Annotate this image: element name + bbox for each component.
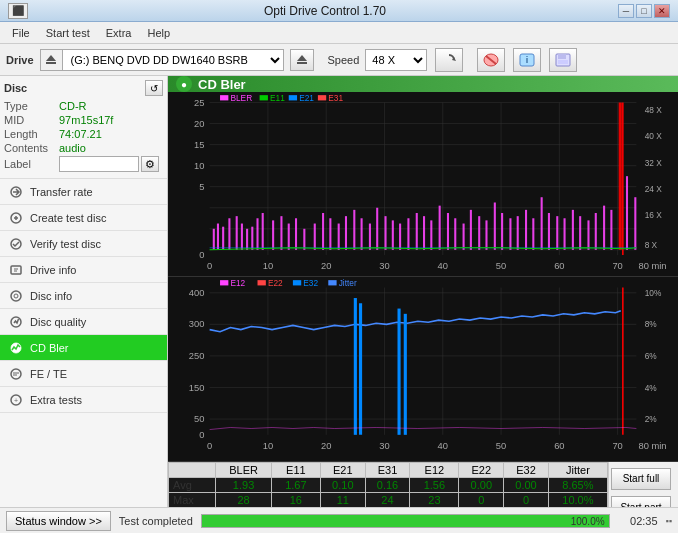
stats-row-avg: Avg 1.93 1.67 0.10 0.16 1.56 0.00 0.00 8…	[169, 478, 608, 493]
nav-disc-info-label: Disc info	[30, 290, 72, 302]
drive-eject-button[interactable]	[290, 49, 314, 71]
svg-rect-109	[494, 202, 496, 249]
disc-refresh-button[interactable]: ↺	[145, 80, 163, 96]
stats-max-e22: 0	[459, 493, 504, 507]
svg-point-19	[14, 294, 18, 298]
svg-text:E12: E12	[230, 279, 245, 289]
erase-button[interactable]	[477, 48, 505, 72]
svg-rect-162	[328, 280, 336, 285]
svg-text:Jitter: Jitter	[339, 279, 357, 289]
nav-transfer-rate[interactable]: Transfer rate	[0, 179, 167, 205]
stats-max-e12: 23	[410, 493, 459, 507]
start-full-button[interactable]: Start full	[611, 468, 671, 490]
stats-col-e31: E31	[365, 463, 410, 478]
svg-text:E31: E31	[328, 93, 343, 103]
status-window-button[interactable]: Status window >>	[6, 511, 111, 531]
drive-select[interactable]: (G:) BENQ DVD DD DW1640 BSRB	[63, 50, 283, 70]
menu-help[interactable]: Help	[139, 25, 178, 41]
svg-text:i: i	[526, 55, 529, 65]
svg-rect-116	[548, 213, 550, 250]
bottom-chart-svg: 400 300 250 150 50 0 0 10 20 30 40 50 60…	[168, 277, 678, 461]
disc-label-input[interactable]	[59, 156, 139, 172]
info-button[interactable]: i	[513, 48, 541, 72]
disc-quality-icon	[8, 314, 24, 330]
disc-length-value: 74:07.21	[59, 128, 102, 140]
svg-text:400: 400	[189, 287, 205, 298]
svg-rect-104	[454, 218, 456, 250]
svg-rect-120	[579, 216, 581, 250]
nav-verify-test-disc[interactable]: Verify test disc	[0, 231, 167, 257]
stats-avg-e11: 1.67	[271, 478, 320, 493]
status-text: Test completed	[119, 515, 193, 527]
svg-rect-118	[564, 218, 566, 250]
svg-rect-95	[384, 216, 386, 250]
bottom-chart: 400 300 250 150 50 0 0 10 20 30 40 50 60…	[168, 277, 678, 462]
menu-extra[interactable]: Extra	[98, 25, 140, 41]
svg-text:30: 30	[379, 440, 389, 451]
svg-rect-72	[217, 224, 219, 250]
stats-avg-e22: 0.00	[459, 478, 504, 493]
stats-avg-e32: 0.00	[504, 478, 549, 493]
svg-rect-88	[329, 218, 331, 250]
save-button[interactable]	[549, 48, 577, 72]
nav-drive-info[interactable]: Drive info	[0, 257, 167, 283]
svg-rect-87	[322, 213, 324, 250]
close-button[interactable]: ✕	[654, 4, 670, 18]
svg-rect-121	[587, 220, 589, 249]
stats-max-e21: 11	[320, 493, 365, 507]
maximize-button[interactable]: □	[636, 4, 652, 18]
nav-extra-tests[interactable]: + Extra tests	[0, 387, 167, 413]
minimize-button[interactable]: ─	[618, 4, 634, 18]
nav-disc-quality[interactable]: Disc quality	[0, 309, 167, 335]
svg-rect-82	[280, 216, 282, 250]
disc-contents-label: Contents	[4, 142, 59, 154]
status-time: 02:35	[618, 515, 658, 527]
progress-text: 100.0%	[571, 515, 605, 528]
title-bar: ⬛ Opti Drive Control 1.70 ─ □ ✕	[0, 0, 678, 22]
svg-text:+: +	[14, 397, 18, 404]
svg-marker-3	[297, 55, 307, 61]
start-part-button[interactable]: Start part	[611, 496, 671, 507]
status-indicator-icon: ▪▪	[666, 516, 672, 526]
nav-cd-bler[interactable]: CD Bler	[0, 335, 167, 361]
stats-col-e22: E22	[459, 463, 504, 478]
svg-rect-10	[558, 54, 566, 59]
svg-rect-15	[11, 266, 21, 274]
svg-rect-108	[485, 220, 487, 249]
svg-text:24 X: 24 X	[645, 184, 663, 194]
svg-text:60: 60	[554, 260, 564, 271]
speed-refresh-button[interactable]	[435, 48, 463, 72]
stats-max-label: Max	[169, 493, 216, 507]
speed-select[interactable]: 48 X	[366, 50, 426, 70]
svg-rect-112	[517, 216, 519, 250]
disc-label-settings-button[interactable]: ⚙	[141, 156, 159, 172]
svg-text:50: 50	[496, 260, 506, 271]
svg-text:0: 0	[199, 249, 204, 260]
disc-mid-value: 97m15s17f	[59, 114, 113, 126]
stats-col-e21: E21	[320, 463, 365, 478]
nav-fe-te[interactable]: FE / TE	[0, 361, 167, 387]
app-icon: ⬛	[8, 3, 28, 19]
svg-rect-62	[318, 95, 326, 100]
menu-bar: File Start test Extra Help	[0, 22, 678, 44]
svg-text:8%: 8%	[645, 320, 658, 330]
drive-bar: Drive (G:) BENQ DVD DD DW1640 BSRB Speed…	[0, 44, 678, 76]
nav-drive-info-label: Drive info	[30, 264, 76, 276]
menu-file[interactable]: File	[4, 25, 38, 41]
nav-fe-te-label: FE / TE	[30, 368, 67, 380]
action-buttons-wrapper: Start full Start part	[608, 462, 678, 507]
svg-text:6%: 6%	[645, 351, 658, 361]
status-bar: Status window >> Test completed 100.0% 0…	[0, 507, 678, 533]
svg-rect-128	[168, 277, 678, 461]
nav-disc-info[interactable]: Disc info	[0, 283, 167, 309]
svg-rect-115	[541, 197, 543, 250]
nav-create-test-disc[interactable]: Create test disc	[0, 205, 167, 231]
nav-disc-quality-label: Disc quality	[30, 316, 86, 328]
svg-text:48 X: 48 X	[645, 105, 663, 115]
svg-text:250: 250	[189, 350, 205, 361]
stats-avg-label: Avg	[169, 478, 216, 493]
menu-start-test[interactable]: Start test	[38, 25, 98, 41]
svg-rect-97	[399, 224, 401, 250]
stats-table: BLER E11 E21 E31 E12 E22 E32 Jitter Avg	[168, 462, 608, 507]
svg-text:30: 30	[379, 260, 389, 271]
